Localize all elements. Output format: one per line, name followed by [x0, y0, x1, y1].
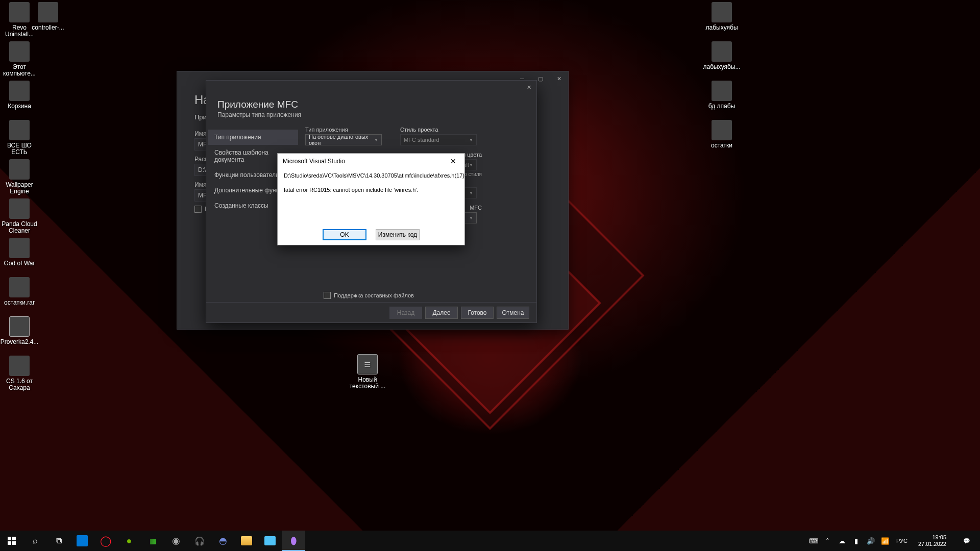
place-solution-checkbox[interactable]	[194, 206, 202, 213]
clock-time: 19:05	[918, 534, 946, 541]
tray-keyboard-icon[interactable]: ⌨	[809, 537, 818, 545]
icon-label: остатки	[702, 142, 741, 149]
taskbar-app-razer[interactable]: ▦	[141, 531, 164, 551]
taskbar-left: ⌕ ⧉ ◯ ● ▦ ◉ 🎧 ◓ ⬮	[0, 531, 305, 551]
error-footer: OK Изменить код	[278, 224, 464, 245]
ok-button[interactable]: OK	[323, 229, 366, 240]
opera-icon: ◯	[100, 535, 111, 547]
app-type-combo[interactable]: На основе диалоговых окон▼	[305, 134, 382, 145]
wizard-close-button[interactable]: ✕	[521, 81, 536, 93]
icon-label: ВСЕ ШО ЕСТЬ	[0, 142, 39, 156]
chevron-down-icon: ▼	[469, 138, 473, 142]
taskbar: ⌕ ⧉ ◯ ● ▦ ◉ 🎧 ◓ ⬮ ⌨ ˄ ☁ ▮ 🔊 📶 РУС 19:05 …	[0, 531, 980, 551]
tray-volume-icon[interactable]: 🔊	[866, 537, 875, 545]
app-icon	[712, 81, 732, 101]
finish-button[interactable]: Готово	[461, 307, 494, 319]
tray-wifi-icon[interactable]: 📶	[880, 537, 890, 545]
desktop-icon[interactable]: Этот компьюте...	[0, 41, 39, 77]
desktop-icon[interactable]: остатки	[702, 120, 741, 149]
desktop-icon[interactable]: controller-...	[29, 2, 67, 31]
app-icon	[712, 2, 732, 22]
taskbar-app-gallery[interactable]	[258, 531, 282, 551]
taskbar-app-opera[interactable]: ◯	[94, 531, 117, 551]
windows-logo-icon	[8, 537, 16, 545]
tray-onedrive-icon[interactable]: ☁	[838, 537, 847, 545]
app-icon	[9, 277, 30, 297]
tray-language[interactable]: РУС	[895, 538, 909, 544]
action-center-button[interactable]: 💬	[955, 531, 978, 551]
desktop-icon[interactable]: бд лпабы	[702, 81, 741, 110]
notification-icon: 💬	[963, 538, 970, 544]
app-icon	[9, 120, 30, 140]
compound-files-checkbox[interactable]	[324, 292, 331, 299]
chevron-down-icon: ▼	[469, 191, 473, 195]
taskbar-app-visual-studio[interactable]: ⬮	[282, 531, 305, 551]
app-icon	[9, 198, 30, 219]
gallery-icon	[264, 536, 276, 545]
app-icon	[9, 159, 30, 180]
app-icon	[9, 2, 30, 22]
desktop-icon[interactable]: God of War	[0, 238, 39, 267]
edit-code-button[interactable]: Изменить код	[376, 229, 420, 240]
tray-chevron-up-icon[interactable]: ˄	[823, 537, 832, 545]
error-close-button[interactable]: ✕	[443, 154, 463, 168]
icon-label: Этот компьюте...	[0, 64, 39, 77]
utorrent-icon: ●	[127, 536, 132, 546]
project-style-combo[interactable]: MFC standard▼	[400, 134, 477, 145]
calculator-icon	[77, 535, 88, 546]
tray-battery-icon[interactable]: ▮	[852, 537, 861, 545]
icon-label: Корзина	[0, 103, 39, 110]
compound-files-label: Поддержка составных файлов	[334, 292, 414, 298]
taskbar-app-calculator[interactable]	[70, 531, 94, 551]
desktop-icon[interactable]: ВСЕ ШО ЕСТЬ	[0, 120, 39, 156]
icon-label: God of War	[0, 260, 39, 267]
wizard-titlebar: ✕	[206, 81, 536, 94]
close-button[interactable]: ✕	[550, 72, 568, 85]
icon-label: controller-...	[29, 24, 67, 31]
app-type-label: Тип приложения	[305, 127, 387, 133]
desktop-icon[interactable]: остатки.rar	[0, 277, 39, 306]
clock[interactable]: 19:05 27.01.2022	[914, 534, 950, 547]
headset-icon: 🎧	[194, 536, 205, 546]
icon-label: Panda Cloud Cleaner	[0, 221, 39, 234]
desktop-icon[interactable]: Корзина	[0, 81, 39, 110]
taskbar-app-utorrent[interactable]: ●	[117, 531, 141, 551]
error-titlebar: Microsoft Visual Studio ✕	[278, 154, 464, 169]
back-button[interactable]: Назад	[389, 307, 422, 319]
app-icon	[9, 316, 30, 337]
wizard-footer: Назад Далее Готово Отмена	[206, 302, 536, 322]
app-icon	[9, 41, 30, 62]
desktop-icon[interactable]: CS 1.6 от Сахара	[0, 356, 39, 391]
task-view-button[interactable]: ⧉	[47, 531, 70, 551]
icon-label: остатки.rar	[0, 299, 39, 306]
error-dialog: Microsoft Visual Studio ✕ D:\Studio\sred…	[277, 153, 465, 245]
desktop-icon[interactable]: лабыхуябы...	[702, 41, 741, 70]
desktop-icon-new-text[interactable]: ≡ Новый текстовый ...	[348, 354, 387, 390]
error-path: D:\Studio\sreda\VC\Tools\MSVC\14.30.3070…	[284, 172, 458, 179]
taskbar-app-explorer[interactable]	[235, 531, 258, 551]
desktop-icon[interactable]: Panda Cloud Cleaner	[0, 198, 39, 234]
taskbar-app-discord[interactable]: ◓	[211, 531, 235, 551]
icon-label: Wallpaper Engine	[0, 182, 39, 195]
next-button[interactable]: Далее	[425, 307, 458, 319]
search-button[interactable]: ⌕	[23, 531, 47, 551]
cancel-button[interactable]: Отмена	[497, 307, 529, 319]
desktop-icon[interactable]: Wallpaper Engine	[0, 159, 39, 195]
discord-icon: ◓	[219, 535, 227, 546]
app-icon	[9, 238, 30, 258]
error-title: Microsoft Visual Studio	[283, 158, 345, 165]
taskbar-app-headset[interactable]: 🎧	[188, 531, 211, 551]
icon-label: лабыхуябы...	[702, 64, 741, 70]
wizard-title: Приложение MFC	[217, 99, 525, 110]
desktop-icon[interactable]: лабыхуябы	[702, 2, 741, 31]
text-file-icon: ≡	[357, 354, 378, 374]
wizard-nav-item[interactable]: Тип приложения	[208, 130, 298, 145]
icon-label: лабыхуябы	[702, 24, 741, 31]
taskbar-app-steam[interactable]: ◉	[164, 531, 188, 551]
taskbar-right: ⌨ ˄ ☁ ▮ 🔊 📶 РУС 19:05 27.01.2022 💬	[809, 531, 980, 551]
clock-date: 27.01.2022	[918, 541, 946, 547]
app-icon	[9, 356, 30, 376]
desktop-icon[interactable]: Proverka2.4...	[0, 316, 39, 345]
chevron-down-icon: ▼	[374, 138, 378, 142]
start-button[interactable]	[0, 531, 23, 551]
